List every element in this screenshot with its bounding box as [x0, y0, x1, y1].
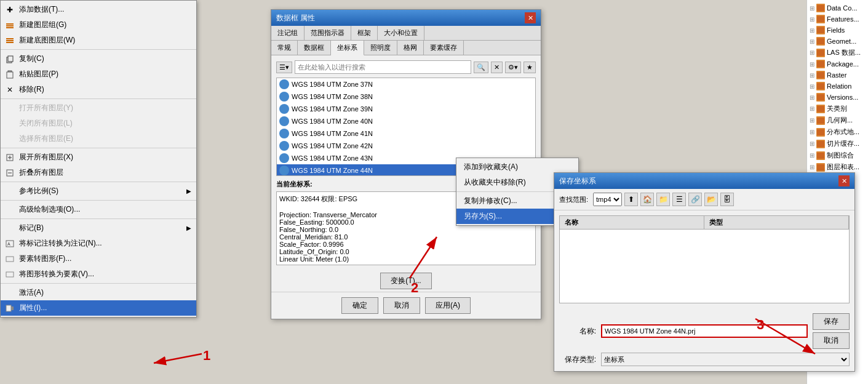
coord-list-item[interactable]: WGS 1984 UTM Zone 42N: [277, 140, 535, 152]
expand-icon: ⊞: [810, 72, 814, 79]
filename-input[interactable]: [601, 324, 808, 338]
tree-item[interactable]: ⊞ 制图综合: [810, 150, 866, 161]
toolbar-folder-button[interactable]: 📂: [704, 193, 718, 206]
menu-item-new-basemap[interactable]: 新建底图图层(W): [1, 33, 196, 48]
menu-item-add-data[interactable]: ✚ 添加数据(T)...: [1, 2, 196, 17]
svg-rect-27: [817, 72, 824, 78]
svg-rect-18: [6, 272, 14, 277]
tree-node-icon: [816, 93, 825, 102]
save-button[interactable]: 保存: [813, 313, 850, 330]
tree-item[interactable]: ⊞ 几何网...: [810, 114, 866, 126]
tree-item[interactable]: ⊞ 图层和表...: [810, 161, 866, 173]
svg-text:A: A: [7, 242, 10, 246]
toolbar-home-button[interactable]: 🏠: [640, 193, 654, 206]
tree-item[interactable]: ⊞ 切片缓存...: [810, 138, 866, 150]
coord-list-item[interactable]: WGS 1984 UTM Zone 40N: [277, 115, 535, 127]
svg-rect-1: [6, 25, 14, 26]
svg-rect-29: [817, 94, 824, 100]
transform-button[interactable]: 变换(T)...: [380, 273, 431, 289]
menu-item-new-layer-group[interactable]: 新建图层组(G): [1, 17, 196, 33]
menu-item-paste[interactable]: 粘贴图层(P): [1, 66, 196, 82]
menu-item-advanced[interactable]: 高级绘制选项(O)...: [1, 202, 196, 217]
coord-list-item[interactable]: WGS 1984 UTM Zone 39N: [277, 103, 535, 115]
tab-size-position[interactable]: 大小和位置: [378, 26, 424, 40]
tree-item[interactable]: ⊞ LAS 数据...: [810, 47, 866, 58]
coord-list-item[interactable]: WGS 1984 UTM Zone 41N: [277, 127, 535, 140]
tree-item-label: Data Co...: [827, 4, 858, 12]
tree-item[interactable]: ⊞ 关类别: [810, 103, 866, 114]
tree-item[interactable]: ⊞ Geomet...: [810, 36, 866, 47]
search-input[interactable]: [295, 60, 471, 74]
menu-item-ref-scale[interactable]: 参考比例(S) ▶: [1, 183, 196, 199]
tab-bar-row2: 常规 数据框 坐标系 照明度 格网 要素缓存: [271, 41, 541, 55]
toolbar-up-button[interactable]: ⬆: [624, 193, 638, 206]
tree-item[interactable]: ⊞ 分布式地...: [810, 126, 866, 138]
toolbar-connect-button[interactable]: 🔗: [688, 193, 702, 206]
tab-frame[interactable]: 框架: [351, 26, 378, 40]
menu-item-collapse-all[interactable]: 折叠所有图层: [1, 165, 196, 180]
globe-icon: [279, 153, 289, 163]
tree-item[interactable]: ⊞ Relation: [810, 81, 866, 92]
menu-item-copy[interactable]: 复制(C): [1, 51, 196, 66]
menu-item-activate[interactable]: 激活(A): [1, 285, 196, 300]
menu-item-select-all[interactable]: 选择所有图层(E): [1, 131, 196, 146]
tab-feature-cache[interactable]: 要素缓存: [424, 41, 464, 55]
properties-icon: [4, 303, 15, 314]
tab-annotation-group[interactable]: 注记组: [271, 26, 305, 40]
menu-item-expand-all[interactable]: 展开所有图层(X): [1, 150, 196, 165]
menu-item-open-all[interactable]: 打开所有图层(Y): [1, 100, 196, 116]
confirm-button[interactable]: 确定: [341, 297, 378, 314]
toolbar-new-folder-button[interactable]: 📁: [656, 193, 670, 206]
layers2-icon: [4, 35, 15, 46]
options-button[interactable]: ⚙▾: [505, 62, 521, 73]
menu-item-close-all[interactable]: 关闭所有图层(L): [1, 116, 196, 131]
filter-button[interactable]: ☰▾: [276, 62, 292, 73]
svg-rect-22: [817, 16, 824, 22]
tree-item[interactable]: ⊞ Raster: [810, 70, 866, 81]
coord-list-item[interactable]: WGS 1984 UTM Zone 37N: [277, 78, 535, 90]
cancel-button[interactable]: 取消: [383, 297, 420, 314]
menu-item-label[interactable]: 标记(B) ▶: [1, 220, 196, 236]
tree-item-label: 关类别: [827, 104, 847, 113]
tree-node-icon: [816, 82, 825, 90]
tree-item[interactable]: ⊞ Package...: [810, 58, 866, 70]
globe-icon: [279, 104, 289, 114]
tree-node-icon: [816, 4, 825, 12]
save-type-select[interactable]: 坐标系: [601, 353, 850, 366]
tree-item[interactable]: ⊞ Data Co...: [810, 2, 866, 14]
menu-item-properties[interactable]: 属性(I)...: [1, 300, 196, 316]
tab-range-indicator[interactable]: 范围指示器: [305, 26, 351, 40]
tree-item-label: Features...: [827, 15, 859, 23]
search-button[interactable]: 🔍: [474, 62, 488, 73]
tree-item-label: 制图综合: [827, 151, 854, 160]
save-cancel-button[interactable]: 取消: [813, 332, 850, 349]
tree-item[interactable]: ⊞ Versions...: [810, 92, 866, 103]
menu-item-convert-feature[interactable]: 要素转图形(F)...: [1, 251, 196, 266]
expand-icon: [4, 152, 15, 163]
expand-icon: ⊞: [810, 105, 814, 112]
search-range-select[interactable]: tmp4: [593, 193, 622, 206]
dialog-close-button[interactable]: ✕: [525, 12, 536, 23]
star-button[interactable]: ★: [524, 62, 536, 73]
apply-button[interactable]: 应用(A): [425, 297, 471, 314]
save-dialog-close-button[interactable]: ✕: [838, 175, 850, 186]
tab-coordinate-system[interactable]: 坐标系: [331, 41, 364, 55]
menu-item-convert-graphic[interactable]: 将图形转换为要素(V)...: [1, 266, 196, 282]
tab-illumination[interactable]: 照明度: [364, 41, 397, 55]
tree-item[interactable]: ⊞ Features...: [810, 14, 866, 25]
save-buttons: 保存 取消: [813, 313, 850, 349]
tab-grid[interactable]: 格网: [397, 41, 424, 55]
expand-icon: ⊞: [810, 27, 814, 34]
tree-item[interactable]: ⊞ Fields: [810, 25, 866, 36]
clear-search-button[interactable]: ✕: [491, 62, 503, 73]
coord-list-item[interactable]: WGS 1984 UTM Zone 38N: [277, 90, 535, 103]
toolbar-view-button[interactable]: ☰: [672, 193, 686, 206]
toolbar-db-button[interactable]: 🗄: [720, 193, 734, 206]
separator-7: [1, 283, 196, 284]
save-list-header: 名称 类型: [559, 215, 850, 230]
tab-dataframe[interactable]: 数据框: [298, 41, 331, 55]
tab-general[interactable]: 常规: [271, 41, 298, 55]
menu-item-remove[interactable]: ✕ 移除(R): [1, 82, 196, 97]
menu-item-convert-label[interactable]: A 将标记注转换为注记(N)...: [1, 236, 196, 251]
expand-icon: ⊞: [810, 140, 814, 147]
